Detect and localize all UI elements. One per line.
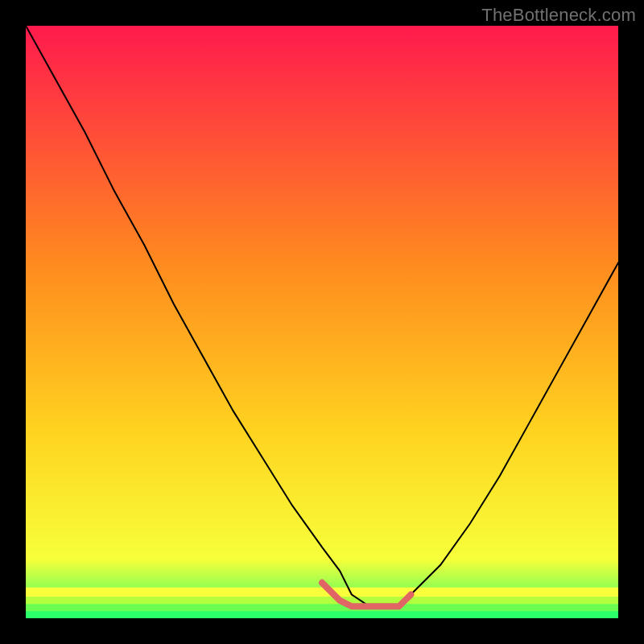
chart-svg xyxy=(26,26,618,618)
svg-rect-2 xyxy=(26,597,618,605)
solid-color-bands xyxy=(26,588,618,618)
chart-frame: TheBottleneck.com xyxy=(0,0,644,644)
watermark-text: TheBottleneck.com xyxy=(481,5,636,26)
svg-rect-3 xyxy=(26,588,618,597)
gradient-background xyxy=(26,26,618,618)
svg-rect-0 xyxy=(26,611,618,618)
plot-area xyxy=(26,26,618,618)
svg-rect-1 xyxy=(26,604,618,611)
